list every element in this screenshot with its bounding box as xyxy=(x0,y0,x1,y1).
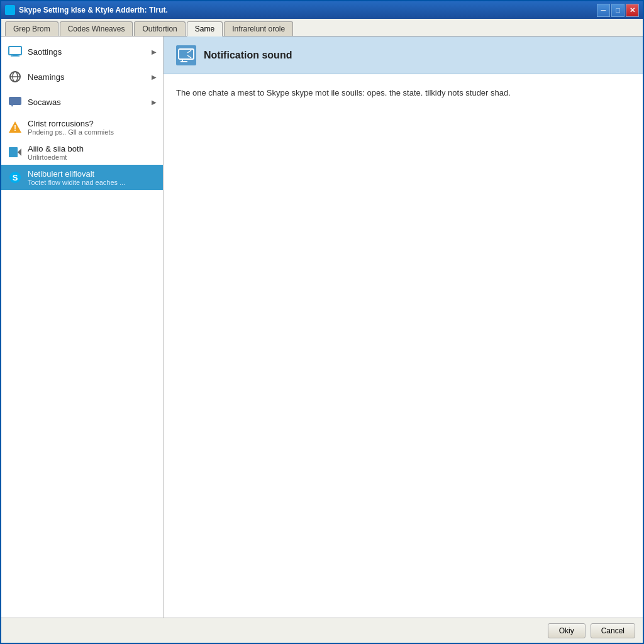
globe-icon xyxy=(8,69,23,84)
sidebar-sublabel-netibulert: Toctet flow widite nad eaches ... xyxy=(28,179,157,186)
monitor-icon xyxy=(8,44,23,59)
sidebar-item-audio[interactable]: Aiiio & siia both Urilirtoedemt xyxy=(1,140,163,165)
svg-rect-6 xyxy=(9,97,21,105)
title-bar: Skype Setting klse & Ktyle Adderth: Tlru… xyxy=(1,1,643,19)
svg-marker-7 xyxy=(11,105,13,107)
main-body: The one chate a mest to Skype skype mot … xyxy=(164,74,643,618)
sidebar-text-settings: Saottings xyxy=(28,47,147,57)
sidebar-item-clrist[interactable]: ! Clrist rorrcusions? Pndeing ps.. Gll a… xyxy=(1,114,163,140)
content-area: Saottings ▶ Neamings ▶ xyxy=(1,36,643,618)
sidebar-label-settings: Saottings xyxy=(28,47,147,57)
tab-codes[interactable]: Codes Wineaves xyxy=(60,21,133,36)
notification-sound-icon xyxy=(176,45,196,65)
tab-bar: Grep Brom Codes Wineaves Outifortion Sam… xyxy=(1,19,643,36)
ok-button[interactable]: Okiy xyxy=(548,623,586,638)
svg-text:S: S xyxy=(13,173,18,182)
svg-rect-14 xyxy=(179,49,194,59)
svg-line-17 xyxy=(187,50,191,53)
av-icon xyxy=(8,145,23,160)
tab-infrare[interactable]: Infrarelunt orole xyxy=(224,21,293,36)
sidebar-label-clrist: Clrist rorrcusions? xyxy=(28,119,157,128)
sidebar-item-settings[interactable]: Saottings ▶ xyxy=(1,39,163,64)
svg-line-18 xyxy=(187,55,191,58)
arrow-icon-namings: ▶ xyxy=(152,74,157,80)
sidebar-text-namings: Neamings xyxy=(28,72,147,82)
tab-outif[interactable]: Outifortion xyxy=(134,21,185,36)
notification-title: Notification sound xyxy=(204,50,292,61)
sidebar-text-socawas: Socawas xyxy=(28,97,147,107)
tab-same[interactable]: Same xyxy=(187,21,223,36)
app-icon xyxy=(5,5,15,15)
sidebar-label-socawas: Socawas xyxy=(28,97,147,107)
minimize-button[interactable]: ─ xyxy=(597,4,610,17)
svg-marker-11 xyxy=(18,148,21,156)
svg-rect-0 xyxy=(9,47,21,55)
maximize-button[interactable]: □ xyxy=(611,4,625,17)
arrow-icon-socawas: ▶ xyxy=(152,99,157,106)
sidebar-label-netibulert: Netibulert elifiovalt xyxy=(28,169,157,179)
sidebar-sublabel-audio: Urilirtoedemt xyxy=(28,153,157,161)
sidebar-sublabel-clrist: Pndeing ps.. Gll a commiets xyxy=(28,128,157,136)
window-controls: ─ □ ✕ xyxy=(597,4,639,17)
bottom-bar: Okiy Cancel xyxy=(1,618,643,643)
window-title: Skype Setting klse & Ktyle Adderth: Tlru… xyxy=(19,6,168,14)
cancel-button[interactable]: Cancel xyxy=(591,623,635,638)
sidebar: Saottings ▶ Neamings ▶ xyxy=(1,36,164,618)
tab-grep[interactable]: Grep Brom xyxy=(5,21,58,36)
skype-icon: S xyxy=(8,170,23,185)
sidebar-text-audio: Aiiio & siia both Urilirtoedemt xyxy=(28,144,157,161)
notification-header: Notification sound xyxy=(164,36,643,74)
sidebar-item-netibulert[interactable]: S Netibulert elifiovalt Toctet flow widi… xyxy=(1,165,163,190)
svg-text:!: ! xyxy=(14,124,16,133)
sidebar-item-namings[interactable]: Neamings ▶ xyxy=(1,64,163,89)
arrow-icon-settings: ▶ xyxy=(152,48,157,55)
chat-icon xyxy=(8,94,23,109)
title-bar-text: Skype Setting klse & Ktyle Adderth: Tlru… xyxy=(5,5,168,15)
sidebar-label-namings: Neamings xyxy=(28,72,147,82)
sidebar-item-socawas[interactable]: Socawas ▶ xyxy=(1,89,163,114)
svg-rect-10 xyxy=(9,147,18,157)
main-panel: Notification sound The one chate a mest … xyxy=(164,36,643,618)
sidebar-label-audio: Aiiio & siia both xyxy=(28,144,157,153)
sidebar-text-netibulert: Netibulert elifiovalt Toctet flow widite… xyxy=(28,169,157,186)
close-button[interactable]: ✕ xyxy=(626,4,639,17)
description-text: The one chate a mest to Skype skype mot … xyxy=(176,87,630,100)
sidebar-text-clrist: Clrist rorrcusions? Pndeing ps.. Gll a c… xyxy=(28,119,157,136)
main-window: Skype Setting klse & Ktyle Adderth: Tlru… xyxy=(0,0,644,644)
warning-icon: ! xyxy=(8,119,23,135)
